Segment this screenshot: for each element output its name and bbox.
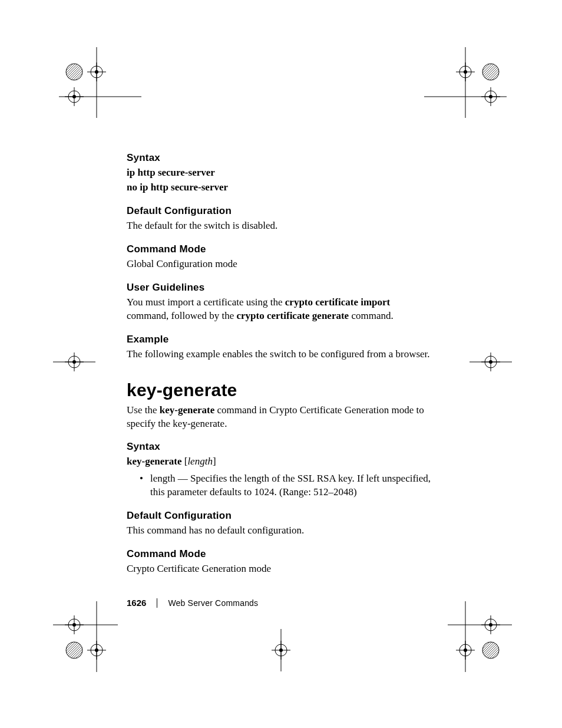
heading-syntax-1: Syntax bbox=[127, 152, 433, 164]
syntax2-bullet: • length — Specifies the length of the S… bbox=[140, 472, 433, 499]
heading-user-guidelines: User Guidelines bbox=[127, 282, 433, 294]
example-body: The following example enables the switch… bbox=[127, 348, 433, 361]
command-title: key-generate bbox=[127, 380, 433, 400]
footer-section: Web Server Commands bbox=[168, 598, 258, 608]
heading-command-mode-1: Command Mode bbox=[127, 243, 433, 255]
command-intro: Use the key-generate command in Crypto C… bbox=[127, 404, 433, 431]
defcfg1-body: The default for the switch is disabled. bbox=[127, 219, 433, 233]
bullet-text: length — Specifies the length of the SSL… bbox=[150, 472, 433, 499]
bullet-dot: • bbox=[140, 472, 150, 499]
cmdmode1-body: Global Configuration mode bbox=[127, 258, 433, 271]
page-content: Syntax ip http secure-server no ip http … bbox=[127, 152, 433, 587]
syntax2-line: key-generate [length] bbox=[127, 455, 433, 469]
user-guidelines-body: You must import a certificate using the … bbox=[127, 296, 433, 323]
cmdmode2-body: Crypto Certificate Generation mode bbox=[127, 562, 433, 576]
page-number: 1626 bbox=[127, 598, 146, 608]
syntax1-line2: no ip http secure-server bbox=[127, 181, 433, 195]
defcfg2-body: This command has no default configuratio… bbox=[127, 524, 433, 538]
heading-example: Example bbox=[127, 334, 433, 345]
footer-divider bbox=[157, 598, 157, 608]
heading-command-mode-2: Command Mode bbox=[127, 548, 433, 560]
heading-default-config-1: Default Configuration bbox=[127, 205, 433, 217]
heading-syntax-2: Syntax bbox=[127, 441, 433, 453]
syntax1-line1: ip http secure-server bbox=[127, 166, 433, 180]
heading-default-config-2: Default Configuration bbox=[127, 510, 433, 522]
page-footer: 1626 Web Server Commands bbox=[127, 598, 258, 608]
